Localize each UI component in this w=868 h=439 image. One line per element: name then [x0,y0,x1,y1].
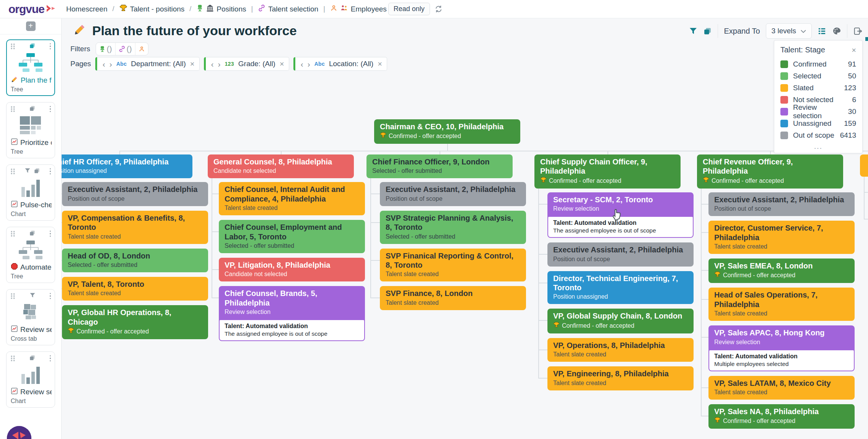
legend-list-icon[interactable] [818,27,826,36]
org-node[interactable]: SVP Finance, 8, LondonTalent slate creat… [380,286,526,310]
next-page-icon[interactable]: › [308,60,310,68]
next-page-icon[interactable]: › [109,60,112,68]
scrollbar-thumb[interactable] [865,37,868,41]
close-icon[interactable]: × [190,60,195,68]
breadcrumb-employees[interactable]: Employees [330,4,387,14]
drag-handle-icon[interactable] [10,106,15,112]
kebab-menu-icon[interactable] [50,355,51,362]
org-node[interactable]: General Counsel, 8, PhiladelphiaCandidat… [208,154,354,178]
org-node[interactable]: Chief Counsel, Internal Audit and Compli… [219,182,365,215]
org-node[interactable]: Head of Sales Operations, 7, Philadelphi… [708,288,855,321]
breadcrumb-positions[interactable]: Positions [196,4,246,14]
employees-filter-button[interactable] [135,43,148,55]
org-node[interactable] [860,154,868,177]
org-node[interactable]: VP, Operations, 8, PhiladelphiaTalent sl… [547,338,694,362]
drag-handle-icon[interactable] [10,355,15,362]
prev-page-icon[interactable]: ‹ [301,60,303,68]
org-node[interactable]: SVP Strategic Planning & Analysis, 8, To… [380,211,526,244]
copy-icon[interactable] [29,42,36,50]
copy-icon [29,105,36,112]
legend-more-button[interactable]: ... [780,141,856,151]
org-node[interactable]: Director, Technical Engineering, 7, Toro… [547,271,694,304]
org-node[interactable]: Chief Finance Officer, 9, LondonSelected… [366,154,513,178]
close-icon[interactable]: × [378,60,382,68]
org-node[interactable]: SVP Finanical Reporting & Control, 8, To… [380,249,526,282]
legend-label: Out of scope [793,131,834,140]
kebab-menu-icon[interactable] [50,106,51,112]
view-card[interactable]: Prioritize de...Tree [6,102,55,158]
chart-icon [11,200,18,208]
filter-icon[interactable] [689,27,697,35]
refresh-icon[interactable] [435,5,443,13]
next-page-icon[interactable]: › [218,60,221,68]
org-node[interactable]: VP, Sales NA, 8, PhiladelphiaConfirmed -… [708,404,855,429]
kebab-menu-icon[interactable] [50,231,51,237]
legend-item[interactable]: Out of scope6413 [780,129,856,141]
prev-page-icon[interactable]: ‹ [211,60,214,68]
legend-item[interactable]: Review selection30 [780,106,856,117]
close-icon[interactable]: × [280,60,284,68]
palette-icon[interactable] [832,26,841,36]
add-view-button[interactable]: + [26,21,36,31]
copy-icon[interactable] [29,354,36,363]
org-node[interactable]: Executive Assistant, 2, PhiladelphiaPosi… [62,182,208,206]
copy-icon[interactable] [29,230,36,238]
org-node-stage-text: Confirmed - offer accepted [723,272,795,279]
org-node[interactable]: VP, Engineering, 8, PhiladelphiaTalent s… [547,366,694,390]
breadcrumb-homescreen[interactable]: Homescreen [66,5,107,13]
org-node[interactable]: Executive Assistant, 2, PhiladelphiaPosi… [708,192,855,216]
legend-item[interactable]: Selected50 [780,70,856,82]
view-thumbnail [10,301,52,324]
org-node-stage-text: Talent slate created [714,243,767,250]
legend-item[interactable]: Unassigned159 [780,117,856,129]
org-node[interactable]: Secretary - SCM, 2, TorontoReview select… [547,192,694,238]
org-node[interactable]: Executive Assistant, 2, PhiladelphiaPosi… [380,182,526,206]
org-node[interactable]: Director, Customer Service, 7, Philadelp… [708,221,855,254]
kebab-menu-icon[interactable] [50,168,51,175]
org-node[interactable]: VP, Global Supply Chain, 8, LondonConfir… [547,309,694,333]
drag-handle-icon[interactable] [10,293,15,299]
view-card-label: Plan the fut... [21,76,52,85]
view-card[interactable]: Pulse-check...Chart [6,164,55,221]
org-node[interactable]: Executive Assistant, 2, PhiladelphiaPosi… [547,242,694,266]
view-card[interactable]: Automate v...Tree [6,227,55,283]
legend-item[interactable]: Slated123 [780,82,856,94]
org-node[interactable]: VP, Sales APAC, 8, Hong KongReview selec… [708,325,855,371]
org-node[interactable]: VP, Litigation, 8, PhiladelphiaCandidate… [219,258,365,281]
cards-icon[interactable] [703,27,712,36]
link-filter-button[interactable]: () [116,43,135,55]
orgvue-logo[interactable]: orgvue [8,3,56,15]
kebab-menu-icon[interactable] [50,43,51,50]
close-icon[interactable]: × [852,46,856,54]
org-node[interactable]: Chief Revenue Officer, 9, PhiladelphiaCo… [697,154,843,189]
view-card[interactable]: Review sele...Cross tab [6,289,55,345]
org-node[interactable]: VP, Compensation & Benefits, 8, TorontoT… [62,211,208,244]
org-node[interactable]: Head of OD, 8, LondonSelected - offer su… [62,249,208,272]
drag-handle-icon[interactable] [10,168,15,175]
org-children: Executive Assistant, 2, PhiladelphiaPosi… [380,182,513,310]
prev-page-icon[interactable]: ‹ [103,60,105,68]
org-node[interactable]: VP, Talent, 8, TorontoTalent slate creat… [62,277,208,301]
copy-icon[interactable] [29,105,36,113]
view-card-icons [15,230,50,238]
org-node[interactable]: Chief Supply Chain Officer, 9, Philadelp… [534,154,681,189]
drag-handle-icon[interactable] [10,43,15,50]
breadcrumb-talent-selection[interactable]: Talent selection [258,4,318,14]
copy-icon[interactable] [34,167,40,176]
expand-levels-dropdown[interactable]: 3 levels [766,23,812,39]
org-node[interactable]: Chief Counsel, Brands, 5, PhiladelphiaRe… [219,286,365,341]
legend-item[interactable]: Confirmed91 [780,58,856,70]
export-icon[interactable] [853,26,863,36]
breadcrumb-talent-positions[interactable]: Talent - positions [119,4,185,14]
org-node[interactable]: Chief Counsel, Employment and Labor, 5, … [219,220,365,253]
positions-filter-button[interactable]: () [96,43,116,55]
view-card[interactable]: Review sele...Chart [6,351,55,408]
org-node[interactable]: VP, Sales EMEA, 8, LondonConfirmed - off… [708,259,855,283]
org-node[interactable]: Chairman & CEO, 10, PhiladelphiaConfirme… [374,119,520,144]
drag-handle-icon[interactable] [10,231,15,237]
org-node[interactable]: VP, Global HR Operations, 8, ChicagoConf… [62,305,208,339]
org-node[interactable]: VP, Sales LATAM, 8, Mexico CityTalent sl… [708,376,855,400]
org-node[interactable]: Chief HR Officer, 9, PhiladelphiaPositio… [62,154,192,178]
kebab-menu-icon[interactable] [50,293,51,299]
view-card[interactable]: Plan the fut...Tree [6,39,55,96]
